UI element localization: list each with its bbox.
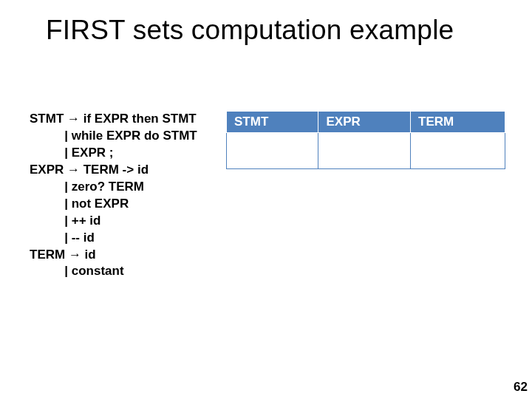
grammar-line: | constant: [30, 264, 124, 278]
first-sets-table: STMT EXPR TERM: [226, 111, 505, 169]
slide-title: FIRST sets computation example: [0, 0, 532, 46]
grammar-line: TERM → id: [30, 248, 96, 262]
table-cell: [318, 133, 411, 169]
table-row: [227, 133, 505, 169]
page-number: 62: [514, 380, 528, 395]
table-header-term: TERM: [411, 112, 505, 133]
grammar-line: | while EXPR do STMT: [30, 129, 197, 143]
slide: FIRST sets computation example STMT → if…: [0, 0, 532, 399]
grammar-line: STMT → if EXPR then STMT: [30, 112, 197, 126]
table-wrap: STMT EXPR TERM: [226, 111, 505, 280]
grammar-line: EXPR → TERM -> id: [30, 163, 149, 177]
table-header-stmt: STMT: [227, 112, 318, 133]
table-cell: [227, 133, 318, 169]
grammar-line: | not EXPR: [30, 197, 129, 211]
grammar-line: | zero? TERM: [30, 180, 144, 194]
grammar-line: | -- id: [30, 231, 95, 245]
content-area: STMT → if EXPR then STMT | while EXPR do…: [30, 111, 505, 280]
table-header-expr: EXPR: [318, 112, 411, 133]
grammar-line: | EXPR ;: [30, 146, 113, 160]
grammar-block: STMT → if EXPR then STMT | while EXPR do…: [30, 111, 214, 280]
table-cell: [411, 133, 505, 169]
grammar-line: | ++ id: [30, 214, 100, 228]
